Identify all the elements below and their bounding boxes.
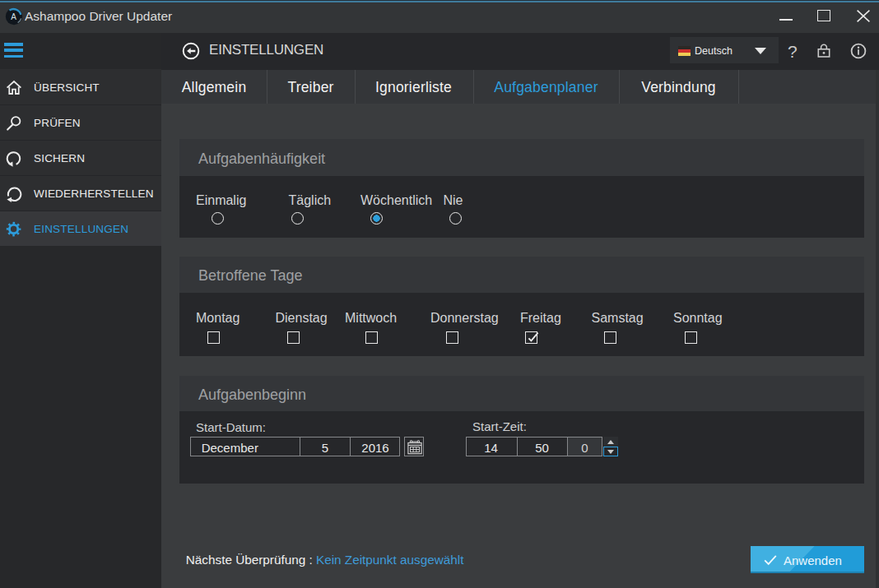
svg-text:A: A bbox=[11, 12, 16, 21]
